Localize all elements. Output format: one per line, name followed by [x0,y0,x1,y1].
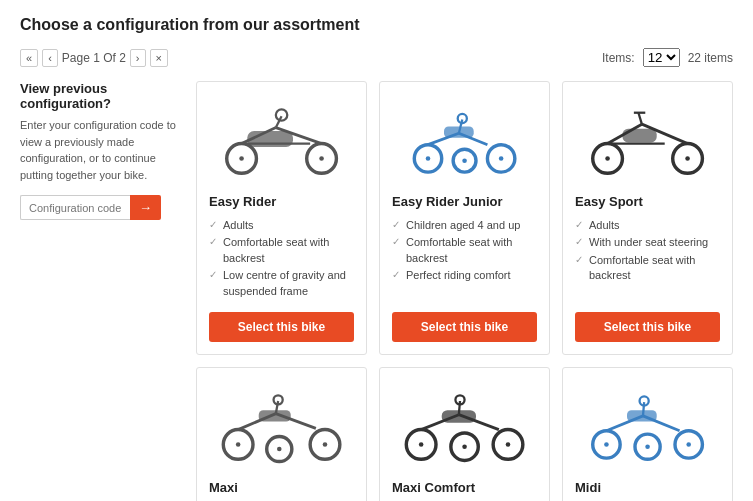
first-page-button[interactable]: « [20,49,38,67]
svg-point-56 [604,442,609,447]
page-info: Page 1 Of 2 [62,51,126,65]
product-features: AdultsWith under seat steeringComfortabl… [575,217,720,300]
product-name: Easy Sport [575,194,720,209]
svg-point-35 [323,442,328,447]
select-bike-button[interactable]: Select this bike [392,312,537,342]
svg-point-47 [462,444,467,449]
items-per-page-select[interactable]: 12 24 48 [643,48,680,67]
svg-rect-29 [622,129,656,143]
svg-point-14 [499,156,504,161]
svg-point-15 [462,158,467,163]
select-bike-button[interactable]: Select this bike [209,312,354,342]
product-name: Easy Rider Junior [392,194,537,209]
select-bike-button[interactable]: Select this bike [575,312,720,342]
product-image [392,380,537,470]
product-image [575,380,720,470]
feature-item: Comfortable seat with backrest [575,252,720,285]
product-card: Easy Rider JuniorChildren aged 4 and upC… [379,81,550,355]
svg-point-34 [236,442,241,447]
page-title: Choose a configuration from our assortme… [20,16,733,34]
svg-rect-51 [442,410,476,423]
items-label: Items: [602,51,635,65]
svg-rect-62 [627,410,657,421]
config-submit-button[interactable]: → [130,195,161,220]
products-grid: Easy RiderAdultsComfortable seat with ba… [196,81,733,501]
svg-rect-19 [444,126,474,137]
svg-point-3 [319,156,324,161]
content-area: View previous configuration? Enter your … [20,81,733,501]
product-image [392,94,537,184]
svg-point-57 [686,442,691,447]
feature-item: With under seat steering [575,234,720,251]
product-name: Maxi Comfort [392,480,537,495]
product-card: MidiYouth and smaller adultsManoeuvrable… [562,367,733,501]
total-items: 22 items [688,51,733,65]
pagination-bar: « ‹ Page 1 Of 2 › × Items: 12 24 48 22 i… [20,48,733,67]
product-image [209,380,354,470]
configuration-code-input[interactable] [20,195,130,220]
product-name: Easy Rider [209,194,354,209]
sidebar-title: View previous configuration? [20,81,180,111]
product-name: Midi [575,480,720,495]
svg-point-2 [239,156,244,161]
sidebar-description: Enter your configuration code to view a … [20,117,180,183]
svg-point-24 [685,156,690,161]
items-per-page-area: Items: 12 24 48 22 items [602,48,733,67]
svg-point-46 [506,442,511,447]
product-card: MaxiAdultsStable and easily manoeuvrable… [196,367,367,501]
svg-point-58 [645,444,650,449]
product-card: Easy RiderAdultsComfortable seat with ba… [196,81,367,355]
svg-point-23 [605,156,610,161]
product-card: Easy SportAdultsWith under seat steering… [562,81,733,355]
product-features: Children aged 4 and upComfortable seat w… [392,217,537,300]
pagination-controls: « ‹ Page 1 Of 2 › × [20,49,168,67]
feature-item: Adults [575,217,720,234]
config-input-row: → [20,195,180,220]
svg-rect-40 [259,410,291,421]
feature-item: Adults [209,217,354,234]
product-card: Maxi ComfortAdultsLow step-throughErgono… [379,367,550,501]
feature-item: Low centre of gravity and suspended fram… [209,267,354,300]
feature-item: Children aged 4 and up [392,217,537,234]
next-page-button[interactable]: › [130,49,146,67]
svg-point-13 [426,156,431,161]
feature-item: Perfect riding comfort [392,267,537,284]
product-name: Maxi [209,480,354,495]
sidebar: View previous configuration? Enter your … [20,81,180,501]
last-page-button[interactable]: × [150,49,168,67]
prev-page-button[interactable]: ‹ [42,49,58,67]
svg-line-27 [638,113,641,124]
svg-point-45 [419,442,424,447]
feature-item: Comfortable seat with backrest [209,234,354,267]
product-image [575,94,720,184]
product-image [209,94,354,184]
product-features: AdultsComfortable seat with backrestLow … [209,217,354,300]
svg-point-9 [276,109,287,120]
svg-point-36 [277,447,282,452]
feature-item: Comfortable seat with backrest [392,234,537,267]
